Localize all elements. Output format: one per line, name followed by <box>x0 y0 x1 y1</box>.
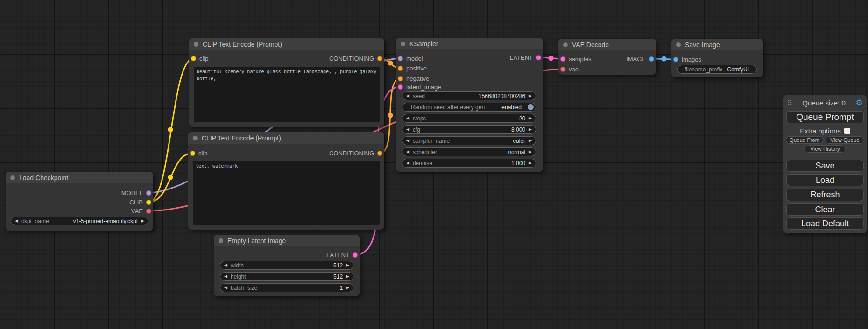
refresh-button[interactable]: Refresh <box>786 189 864 201</box>
denoise-widget[interactable]: ◀ denoise 1.000 ▶ <box>402 159 536 168</box>
negative-input-port[interactable] <box>398 76 403 81</box>
port-label: LATENT <box>326 252 349 259</box>
link-midpoint-dot <box>168 175 173 180</box>
samples-input-port[interactable] <box>560 56 565 62</box>
vae-input-port[interactable] <box>560 67 565 72</box>
right-arrow-icon[interactable]: ▶ <box>346 286 349 290</box>
link-midpoint-dot <box>549 56 554 61</box>
port-label: CONDITIONING <box>329 150 374 157</box>
link-midpoint-dot <box>168 127 173 133</box>
model-output-port[interactable] <box>146 190 151 196</box>
load-button[interactable]: Load <box>786 174 864 186</box>
extra-options-checkbox[interactable] <box>844 128 850 134</box>
left-arrow-icon[interactable]: ◀ <box>224 286 227 290</box>
right-arrow-icon[interactable]: ▶ <box>529 161 532 165</box>
steps-widget[interactable]: ◀ steps 20 ▶ <box>402 114 536 123</box>
scheduler-widget[interactable]: ◀ scheduler normal ▶ <box>402 147 536 156</box>
clip-input-port[interactable] <box>190 151 195 156</box>
node-load-checkpoint[interactable]: Load Checkpoint MODEL CLIP VAE ◀ ckpt_na… <box>6 172 153 231</box>
vae-output-port[interactable] <box>146 209 151 214</box>
clear-button[interactable]: Clear <box>786 203 864 216</box>
node-clip-text-encode-positive[interactable]: CLIP Text Encode (Prompt) clip CONDITION… <box>189 38 384 127</box>
right-arrow-icon[interactable]: ▶ <box>529 116 532 120</box>
clip-input-port[interactable] <box>191 56 196 61</box>
left-arrow-icon[interactable]: ◀ <box>224 274 227 279</box>
right-arrow-icon[interactable]: ▶ <box>346 274 349 279</box>
image-output-port[interactable] <box>649 56 654 62</box>
queue-panel: ⠿ Queue size: 0 ⚙ Queue Prompt Extra opt… <box>783 95 867 233</box>
node-save-image[interactable]: Save Image images filename_prefix ComfyU… <box>671 39 763 77</box>
port-label: CLIP <box>129 199 143 206</box>
prompt-textarea[interactable]: text, watermark <box>193 161 380 225</box>
latent-image-input-port[interactable] <box>398 84 403 90</box>
latent-output-port[interactable] <box>353 252 358 258</box>
collapse-dot-icon[interactable] <box>563 42 568 47</box>
left-arrow-icon[interactable]: ◀ <box>406 139 409 143</box>
port-label: model <box>406 55 423 62</box>
left-arrow-icon[interactable]: ◀ <box>406 150 409 154</box>
width-widget[interactable]: ◀ width 512 ▶ <box>220 261 353 270</box>
ckpt-name-widget[interactable]: ◀ ckpt_name v1-5-pruned-emaonly.ckpt ▶ <box>11 217 148 225</box>
collapse-dot-icon[interactable] <box>10 175 15 180</box>
seed-widget[interactable]: ◀ seed 156680208700286 ▶ <box>402 91 536 100</box>
right-arrow-icon[interactable]: ▶ <box>346 263 349 267</box>
height-widget[interactable]: ◀ height 512 ▶ <box>220 272 353 281</box>
conditioning-output-port[interactable] <box>377 56 382 61</box>
images-input-port[interactable] <box>673 57 678 62</box>
collapse-dot-icon[interactable] <box>194 42 198 47</box>
link-clip-positive <box>148 58 194 202</box>
right-arrow-icon[interactable]: ▶ <box>529 139 532 143</box>
left-arrow-icon[interactable]: ◀ <box>15 219 18 223</box>
conditioning-output-port[interactable] <box>377 151 382 156</box>
collapse-dot-icon[interactable] <box>401 42 405 46</box>
queue-front-button[interactable]: Queue Front <box>786 136 823 144</box>
left-arrow-icon[interactable]: ◀ <box>406 127 409 132</box>
left-arrow-icon[interactable]: ◀ <box>224 263 227 267</box>
port-label: vae <box>569 66 579 73</box>
sampler-name-widget[interactable]: ◀ sampler_name euler ▶ <box>402 136 536 145</box>
collapse-dot-icon[interactable] <box>193 136 198 140</box>
latent-output-port[interactable] <box>536 55 541 60</box>
port-label: images <box>682 56 701 63</box>
node-title: VAE Decode <box>572 41 609 49</box>
right-arrow-icon[interactable]: ▶ <box>529 127 532 132</box>
node-title: CLIP Text Encode (Prompt) <box>203 41 282 48</box>
left-arrow-icon[interactable]: ◀ <box>406 116 409 120</box>
queue-size-label: Queue size: 0 <box>792 99 855 107</box>
left-arrow-icon[interactable]: ◀ <box>406 94 409 98</box>
view-history-button[interactable]: View History <box>804 145 846 153</box>
model-input-port[interactable] <box>398 56 403 61</box>
node-empty-latent-image[interactable]: Empty Latent Image LATENT ◀ width 512 ▶ … <box>214 235 360 296</box>
node-ksampler[interactable]: KSampler model positive negative latent_… <box>396 38 543 172</box>
filename-prefix-widget[interactable]: filename_prefix ComfyUI <box>677 65 757 74</box>
prompt-textarea[interactable]: beautiful scenery nature glass bottle la… <box>194 67 380 122</box>
batch-size-widget[interactable]: ◀ batch_size 1 ▶ <box>220 283 353 292</box>
save-button[interactable]: Save <box>786 160 864 172</box>
graph-canvas[interactable]: Load Checkpoint MODEL CLIP VAE ◀ ckpt_na… <box>0 0 868 329</box>
toggle-icon[interactable] <box>528 104 534 110</box>
node-vae-decode[interactable]: VAE Decode samples vae IMAGE <box>558 39 656 75</box>
right-arrow-icon[interactable]: ▶ <box>529 150 532 154</box>
port-label: IMAGE <box>626 56 646 63</box>
settings-gear-icon[interactable]: ⚙ <box>856 98 863 108</box>
load-default-button[interactable]: Load Default <box>786 217 864 230</box>
random-seed-toggle-widget[interactable]: Random seed after every gen enabled <box>402 103 536 112</box>
node-title: CLIP Text Encode (Prompt) <box>202 134 281 142</box>
right-arrow-icon[interactable]: ▶ <box>141 219 144 223</box>
view-queue-button[interactable]: View Queue <box>826 136 864 144</box>
queue-prompt-button[interactable]: Queue Prompt <box>786 111 864 123</box>
link-midpoint-dot <box>388 113 393 118</box>
node-title: Save Image <box>685 41 720 49</box>
collapse-dot-icon[interactable] <box>676 42 681 47</box>
drag-handle-icon[interactable]: ⠿ <box>787 99 792 106</box>
port-label: samples <box>569 56 591 63</box>
right-arrow-icon[interactable]: ▶ <box>529 94 532 98</box>
clip-output-port[interactable] <box>146 200 151 205</box>
collapse-dot-icon[interactable] <box>219 238 223 243</box>
node-clip-text-encode-negative[interactable]: CLIP Text Encode (Prompt) clip CONDITION… <box>188 132 384 230</box>
left-arrow-icon[interactable]: ◀ <box>406 161 409 165</box>
positive-input-port[interactable] <box>398 66 403 71</box>
cfg-widget[interactable]: ◀ cfg 8.000 ▶ <box>402 125 536 134</box>
link-clip-negative <box>148 153 193 202</box>
port-label: VAE <box>131 208 143 215</box>
